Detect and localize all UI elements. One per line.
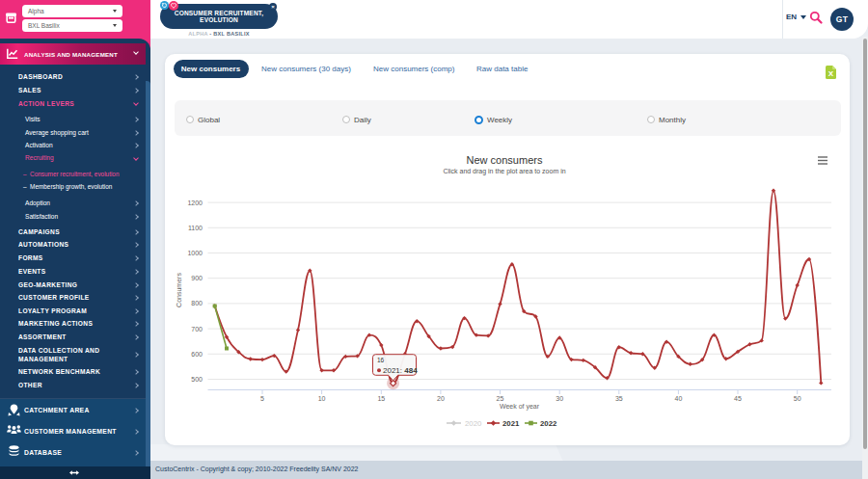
svg-text:1100: 1100 <box>188 224 203 230</box>
svg-text:45: 45 <box>734 394 742 401</box>
svg-text:15: 15 <box>377 394 385 401</box>
svg-text:500: 500 <box>191 376 203 383</box>
svg-text:5: 5 <box>260 394 264 401</box>
svg-text:800: 800 <box>191 300 203 306</box>
svg-text:2020: 2020 <box>465 419 482 428</box>
svg-text:Click and drag in the plot are: Click and drag in the plot area to zoom … <box>443 167 565 174</box>
svg-text:20: 20 <box>437 394 445 401</box>
svg-text:10: 10 <box>318 394 326 401</box>
svg-text:Consumers: Consumers <box>176 272 182 306</box>
svg-text:2021: 2021 <box>502 419 520 428</box>
svg-text:Week of year: Week of year <box>500 403 540 411</box>
svg-text:2021: 484: 2021: 484 <box>383 365 418 374</box>
svg-text:30: 30 <box>556 394 563 401</box>
svg-text:700: 700 <box>191 325 203 332</box>
svg-text:600: 600 <box>191 350 203 357</box>
svg-text:X: X <box>828 69 834 78</box>
svg-text:New consumers: New consumers <box>467 153 543 165</box>
svg-text:2022: 2022 <box>540 419 557 428</box>
svg-text:50: 50 <box>794 394 801 401</box>
svg-text:35: 35 <box>615 394 623 401</box>
svg-text:40: 40 <box>675 394 683 401</box>
svg-text:900: 900 <box>191 275 203 281</box>
svg-text:16: 16 <box>377 357 385 363</box>
svg-text:1200: 1200 <box>187 199 203 205</box>
svg-text:1000: 1000 <box>187 250 203 256</box>
svg-text:25: 25 <box>497 394 504 401</box>
